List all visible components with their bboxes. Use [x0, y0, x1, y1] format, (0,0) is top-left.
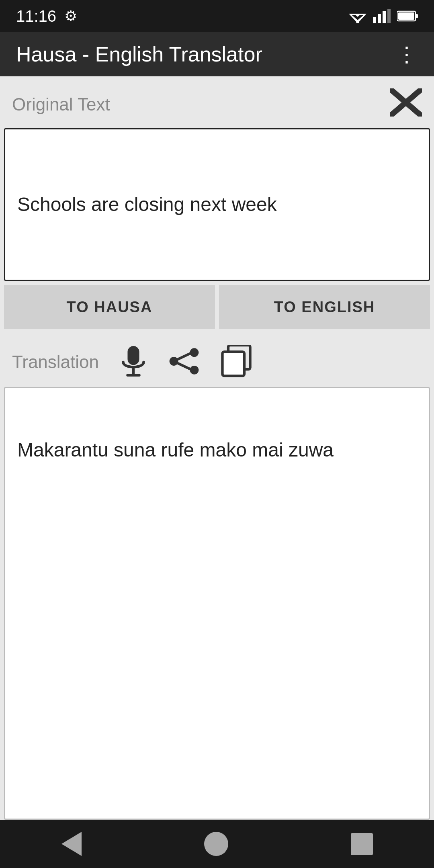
translation-section: Translation — [0, 337, 434, 820]
status-left: 11:16 ⚙ — [16, 7, 77, 25]
svg-rect-6 — [383, 11, 386, 23]
svg-point-18 — [170, 357, 178, 366]
svg-rect-13 — [127, 346, 139, 365]
svg-rect-22 — [222, 352, 244, 376]
status-time: 11:16 — [16, 7, 56, 25]
svg-line-19 — [178, 354, 190, 359]
home-icon — [204, 832, 228, 856]
original-text-box[interactable]: Schools are closing next week — [4, 128, 430, 281]
svg-rect-4 — [373, 17, 376, 23]
recents-button[interactable] — [343, 825, 381, 863]
back-button[interactable] — [53, 824, 90, 864]
translation-text-box: Makarantu suna rufe mako mai zuwa — [4, 387, 430, 820]
main-content: Original Text Schools are closing next w… — [0, 76, 434, 820]
copy-button[interactable] — [220, 345, 252, 379]
translation-label: Translation — [12, 352, 99, 372]
wifi-icon — [349, 9, 366, 23]
home-button[interactable] — [196, 824, 236, 864]
recents-icon — [351, 833, 373, 855]
microphone-button[interactable] — [119, 346, 148, 378]
more-options-icon[interactable]: ⋮ — [396, 42, 418, 66]
signal-icon — [373, 9, 391, 23]
settings-icon: ⚙ — [64, 8, 77, 25]
original-text-header: Original Text — [0, 76, 434, 128]
svg-rect-9 — [416, 14, 418, 18]
svg-point-17 — [190, 366, 199, 375]
app-bar: Hausa - English Translator ⋮ — [0, 32, 434, 76]
translation-text-content: Makarantu suna rufe mako mai zuwa — [17, 436, 334, 463]
translation-header: Translation — [0, 337, 434, 387]
svg-rect-7 — [387, 9, 391, 23]
share-button[interactable] — [168, 347, 200, 377]
svg-rect-10 — [398, 12, 414, 20]
battery-icon — [397, 10, 418, 22]
original-text-content: Schools are closing next week — [17, 191, 277, 218]
svg-rect-5 — [378, 14, 381, 23]
to-english-button[interactable]: TO ENGLISH — [219, 285, 430, 329]
back-icon — [61, 832, 82, 856]
svg-line-20 — [178, 363, 190, 369]
app-title: Hausa - English Translator — [16, 42, 262, 66]
action-icons — [119, 345, 252, 379]
svg-point-16 — [190, 348, 199, 357]
clear-button[interactable] — [390, 88, 422, 120]
status-right — [349, 9, 418, 23]
to-hausa-button[interactable]: TO HAUSA — [4, 285, 215, 329]
status-bar: 11:16 ⚙ — [0, 0, 434, 32]
nav-bar — [0, 820, 434, 868]
original-text-label: Original Text — [12, 94, 110, 115]
translate-buttons: TO HAUSA TO ENGLISH — [4, 285, 430, 329]
